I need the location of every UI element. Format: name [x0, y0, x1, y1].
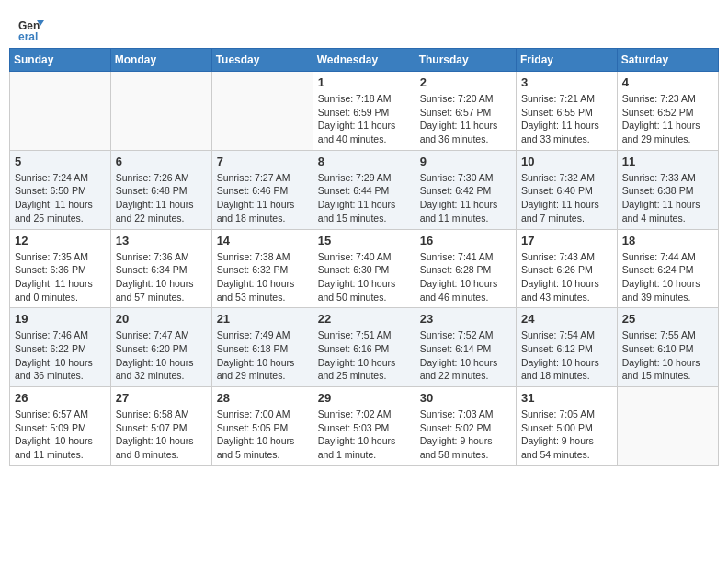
day-info: Sunrise: 7:32 AM Sunset: 6:40 PM Dayligh…: [521, 171, 612, 225]
calendar-cell: 8Sunrise: 7:29 AM Sunset: 6:44 PM Daylig…: [313, 150, 415, 229]
day-info: Sunrise: 7:55 AM Sunset: 6:10 PM Dayligh…: [622, 328, 713, 383]
calendar-cell: [110, 72, 211, 151]
day-info: Sunrise: 7:20 AM Sunset: 6:57 PM Dayligh…: [420, 92, 511, 146]
day-info: Sunrise: 7:49 AM Sunset: 6:18 PM Dayligh…: [217, 328, 308, 383]
day-number: 23: [420, 312, 511, 326]
calendar-cell: 22Sunrise: 7:51 AM Sunset: 6:16 PM Dayli…: [313, 308, 415, 387]
day-info: Sunrise: 7:38 AM Sunset: 6:32 PM Dayligh…: [217, 250, 308, 304]
day-info: Sunrise: 6:58 AM Sunset: 5:07 PM Dayligh…: [116, 408, 207, 462]
calendar-cell: 17Sunrise: 7:43 AM Sunset: 6:26 PM Dayli…: [517, 229, 618, 308]
calendar-table: SundayMondayTuesdayWednesdayThursdayFrid…: [9, 48, 719, 466]
day-info: Sunrise: 7:46 AM Sunset: 6:22 PM Dayligh…: [15, 328, 106, 383]
day-number: 15: [318, 234, 410, 247]
calendar-week-row: 1Sunrise: 7:18 AM Sunset: 6:59 PM Daylig…: [10, 72, 719, 151]
day-number: 3: [521, 75, 612, 89]
calendar-week-row: 12Sunrise: 7:35 AM Sunset: 6:36 PM Dayli…: [10, 229, 719, 308]
calendar-cell: 6Sunrise: 7:26 AM Sunset: 6:48 PM Daylig…: [110, 150, 211, 229]
day-info: Sunrise: 7:24 AM Sunset: 6:50 PM Dayligh…: [15, 171, 106, 225]
day-number: 6: [116, 155, 207, 168]
calendar-cell: 14Sunrise: 7:38 AM Sunset: 6:32 PM Dayli…: [211, 229, 313, 308]
calendar-cell: 5Sunrise: 7:24 AM Sunset: 6:50 PM Daylig…: [10, 150, 111, 229]
weekday-header: Friday: [517, 49, 618, 72]
calendar-cell: 16Sunrise: 7:41 AM Sunset: 6:28 PM Dayli…: [415, 229, 516, 308]
day-info: Sunrise: 7:27 AM Sunset: 6:46 PM Dayligh…: [217, 171, 308, 225]
calendar-cell: 29Sunrise: 7:02 AM Sunset: 5:03 PM Dayli…: [313, 387, 415, 466]
calendar-cell: 25Sunrise: 7:55 AM Sunset: 6:10 PM Dayli…: [617, 308, 718, 387]
calendar-cell: 10Sunrise: 7:32 AM Sunset: 6:40 PM Dayli…: [517, 150, 618, 229]
calendar-cell: 13Sunrise: 7:36 AM Sunset: 6:34 PM Dayli…: [110, 229, 211, 308]
calendar-cell: [617, 387, 718, 466]
day-info: Sunrise: 7:54 AM Sunset: 6:12 PM Dayligh…: [521, 328, 612, 383]
calendar-cell: 3Sunrise: 7:21 AM Sunset: 6:55 PM Daylig…: [517, 72, 618, 151]
day-info: Sunrise: 7:33 AM Sunset: 6:38 PM Dayligh…: [622, 171, 713, 225]
calendar-cell: 9Sunrise: 7:30 AM Sunset: 6:42 PM Daylig…: [415, 150, 516, 229]
day-info: Sunrise: 7:52 AM Sunset: 6:14 PM Dayligh…: [420, 328, 511, 383]
day-info: Sunrise: 7:30 AM Sunset: 6:42 PM Dayligh…: [420, 171, 511, 225]
day-info: Sunrise: 7:51 AM Sunset: 6:16 PM Dayligh…: [318, 328, 410, 383]
calendar-cell: 27Sunrise: 6:58 AM Sunset: 5:07 PM Dayli…: [110, 387, 211, 466]
day-number: 30: [420, 391, 511, 405]
day-info: Sunrise: 7:35 AM Sunset: 6:36 PM Dayligh…: [15, 250, 106, 304]
day-number: 14: [217, 234, 308, 247]
calendar-cell: [211, 72, 313, 151]
day-number: 29: [318, 391, 410, 405]
calendar-cell: 1Sunrise: 7:18 AM Sunset: 6:59 PM Daylig…: [313, 72, 415, 151]
day-number: 21: [217, 312, 308, 326]
day-number: 4: [622, 75, 713, 89]
weekday-header: Monday: [110, 49, 211, 72]
day-info: Sunrise: 7:47 AM Sunset: 6:20 PM Dayligh…: [116, 328, 207, 383]
calendar-cell: 18Sunrise: 7:44 AM Sunset: 6:24 PM Dayli…: [617, 229, 718, 308]
weekday-header: Sunday: [10, 49, 111, 72]
day-number: 28: [217, 391, 308, 405]
day-number: 27: [116, 391, 207, 405]
day-number: 12: [15, 234, 106, 247]
day-info: Sunrise: 7:44 AM Sunset: 6:24 PM Dayligh…: [622, 250, 713, 304]
logo: Gen eral: [18, 17, 46, 42]
day-number: 18: [622, 234, 713, 247]
calendar-week-row: 19Sunrise: 7:46 AM Sunset: 6:22 PM Dayli…: [10, 308, 719, 387]
day-number: 10: [521, 155, 612, 168]
day-number: 20: [116, 312, 207, 326]
day-number: 31: [521, 391, 612, 405]
day-number: 5: [15, 155, 106, 168]
day-info: Sunrise: 7:03 AM Sunset: 5:02 PM Dayligh…: [420, 408, 511, 462]
calendar-cell: 26Sunrise: 6:57 AM Sunset: 5:09 PM Dayli…: [10, 387, 111, 466]
calendar-cell: 7Sunrise: 7:27 AM Sunset: 6:46 PM Daylig…: [211, 150, 313, 229]
calendar-header-row: SundayMondayTuesdayWednesdayThursdayFrid…: [10, 49, 719, 72]
day-number: 25: [622, 312, 713, 326]
day-info: Sunrise: 7:40 AM Sunset: 6:30 PM Dayligh…: [318, 250, 410, 304]
day-number: 22: [318, 312, 410, 326]
day-info: Sunrise: 7:18 AM Sunset: 6:59 PM Dayligh…: [318, 92, 410, 146]
day-info: Sunrise: 7:43 AM Sunset: 6:26 PM Dayligh…: [521, 250, 612, 304]
day-number: 17: [521, 234, 612, 247]
svg-text:eral: eral: [18, 30, 38, 42]
day-info: Sunrise: 7:23 AM Sunset: 6:52 PM Dayligh…: [622, 92, 713, 146]
day-number: 19: [15, 312, 106, 326]
day-info: Sunrise: 7:02 AM Sunset: 5:03 PM Dayligh…: [318, 408, 410, 462]
weekday-header: Thursday: [415, 49, 516, 72]
logo-icon: Gen eral: [18, 17, 44, 42]
weekday-header: Saturday: [617, 49, 718, 72]
day-number: 11: [622, 155, 713, 168]
calendar-cell: 21Sunrise: 7:49 AM Sunset: 6:18 PM Dayli…: [211, 308, 313, 387]
day-number: 1: [318, 75, 410, 89]
calendar-cell: 19Sunrise: 7:46 AM Sunset: 6:22 PM Dayli…: [10, 308, 111, 387]
day-number: 9: [420, 155, 511, 168]
day-number: 13: [116, 234, 207, 247]
day-number: 26: [15, 391, 106, 405]
day-info: Sunrise: 7:21 AM Sunset: 6:55 PM Dayligh…: [521, 92, 612, 146]
day-info: Sunrise: 7:00 AM Sunset: 5:05 PM Dayligh…: [217, 408, 308, 462]
day-info: Sunrise: 6:57 AM Sunset: 5:09 PM Dayligh…: [15, 408, 106, 462]
day-info: Sunrise: 7:41 AM Sunset: 6:28 PM Dayligh…: [420, 250, 511, 304]
calendar-cell: [10, 72, 111, 151]
calendar-cell: 2Sunrise: 7:20 AM Sunset: 6:57 PM Daylig…: [415, 72, 516, 151]
calendar-cell: 30Sunrise: 7:03 AM Sunset: 5:02 PM Dayli…: [415, 387, 516, 466]
page-header: Gen eral: [9, 9, 719, 48]
day-info: Sunrise: 7:05 AM Sunset: 5:00 PM Dayligh…: [521, 408, 612, 462]
calendar-cell: 15Sunrise: 7:40 AM Sunset: 6:30 PM Dayli…: [313, 229, 415, 308]
day-number: 16: [420, 234, 511, 247]
calendar-cell: 20Sunrise: 7:47 AM Sunset: 6:20 PM Dayli…: [110, 308, 211, 387]
day-number: 24: [521, 312, 612, 326]
day-number: 8: [318, 155, 410, 168]
day-info: Sunrise: 7:29 AM Sunset: 6:44 PM Dayligh…: [318, 171, 410, 225]
